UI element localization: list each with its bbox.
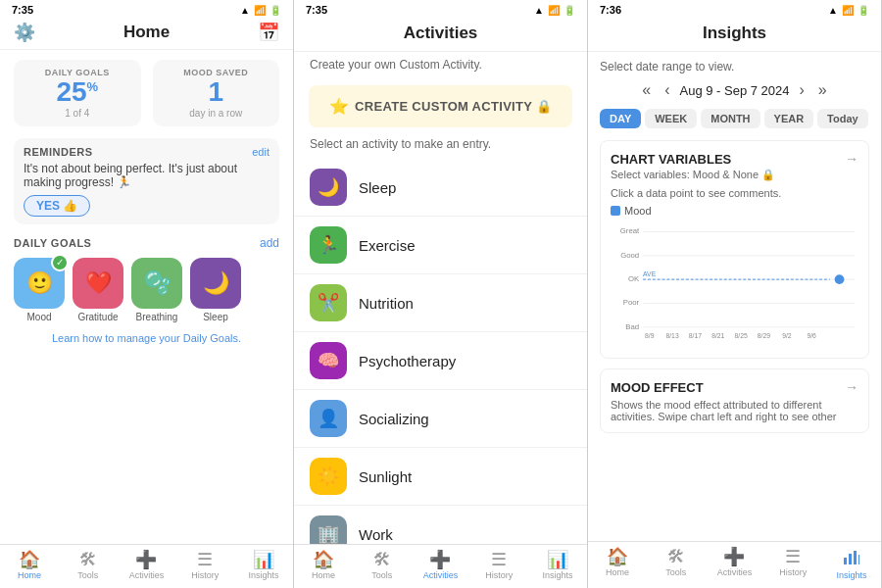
date-forward-forward[interactable]: » [814,79,831,101]
chart-svg: Great Good OK Poor Bad AVE [611,220,858,348]
home-content: DAILY GOALS 25% 1 of 4 MOOD SAVED 1 day … [0,50,293,544]
svg-text:Poor: Poor [623,298,640,307]
date-tab-day[interactable]: DAY [600,109,641,128]
tab-activities-3[interactable]: ➕ Activities [706,546,764,582]
activity-socializing[interactable]: 👤 Socializing [294,390,587,448]
mood-effect-arrow-icon[interactable]: → [845,379,858,395]
activity-list: 🌙 Sleep 🏃 Exercise ✂️ Nutrition 🧠 Psycho… [294,159,587,544]
svg-text:8/17: 8/17 [689,332,702,339]
activity-sleep[interactable]: 🌙 Sleep [294,159,587,217]
svg-text:8/21: 8/21 [711,332,724,339]
goal-breathing[interactable]: 🫧 Breathing [131,258,182,322]
phone-home: 7:35 ▲📶🔋 ⚙️ Home 📅 DAILY GOALS 25% 1 of … [0,0,294,588]
tab-tools-1[interactable]: 🛠 Tools [59,549,118,582]
tools-tab-icon: 🛠 [79,551,97,568]
section-header: DAILY GOALS add [14,236,279,250]
svg-text:9/2: 9/2 [782,332,792,339]
learn-link[interactable]: Learn how to manage your Daily Goals. [14,332,279,344]
chart-variables-section: CHART VARIABLES → Select variables: Mood… [600,140,869,359]
sleep-icon: 🌙 [190,258,241,309]
work-activity-icon: 🏢 [310,515,347,544]
chart-variables-title: CHART VARIABLES [611,152,731,167]
phone-insights: 7:36 ▲📶🔋 Insights Select date range to v… [588,0,882,588]
gear-icon[interactable]: ⚙️ [14,22,35,43]
svg-text:Great: Great [620,226,640,235]
tab-home-1[interactable]: 🏠 Home [0,549,59,582]
mood-check: ✓ [51,254,69,271]
breathing-icon: 🫧 [131,258,182,309]
chart-header: CHART VARIABLES → [611,151,858,167]
svg-point-12 [835,274,845,284]
activities-title: Activities [404,24,478,42]
svg-text:9/6: 9/6 [807,332,816,339]
stats-row: DAILY GOALS 25% 1 of 4 MOOD SAVED 1 day … [14,60,279,126]
mood-legend-dot [611,206,620,216]
yes-button[interactable]: YES 👍 [24,195,90,217]
gratitude-icon: ❤️ [73,258,123,309]
chart-arrow-icon[interactable]: → [845,151,858,167]
date-forward[interactable]: › [796,79,808,101]
activity-work[interactable]: 🏢 Work [294,506,587,544]
date-tab-month[interactable]: MONTH [701,109,760,128]
date-back[interactable]: ‹ [661,79,673,101]
status-bar-2: 7:35 ▲📶🔋 [294,0,587,18]
tab-activities-2[interactable]: ➕ Activities [412,549,470,582]
insights-header: Insights [588,18,881,52]
chart-area: Great Good OK Poor Bad AVE [611,220,858,348]
home-header: ⚙️ Home 📅 [0,18,293,50]
socializing-activity-icon: 👤 [310,400,347,437]
date-range: Aug 9 - Sep 7 2024 [679,83,789,98]
mood-effect-section: MOOD EFFECT → Shows the mood effect attr… [600,368,869,433]
activity-nutrition[interactable]: ✂️ Nutrition [294,274,587,332]
date-back-back[interactable]: « [638,79,655,101]
tab-home-2[interactable]: 🏠 Home [294,549,353,582]
svg-rect-21 [844,558,847,564]
history-tab-icon: ☰ [197,551,213,568]
svg-text:Bad: Bad [625,322,639,331]
time-3: 7:36 [600,4,621,16]
daily-goals-stat: DAILY GOALS 25% 1 of 4 [14,60,141,126]
sunlight-activity-icon: ☀️ [310,458,347,495]
activities-header: Activities [294,18,587,52]
status-icons-1: ▲📶🔋 [240,5,281,16]
tab-activities-1[interactable]: ➕ Activities [118,549,176,582]
goal-sleep[interactable]: 🌙 Sleep [190,258,241,322]
add-goals[interactable]: add [260,236,279,250]
goal-mood[interactable]: 🙂 ✓ Mood [14,258,65,322]
date-tab-week[interactable]: WEEK [645,109,697,128]
tab-history-3[interactable]: ☰ History [763,546,822,582]
section-title: DAILY GOALS [14,237,91,249]
reminders-header: REMINDERS edit [24,146,270,158]
tab-insights-2[interactable]: 📊 Insights [528,549,587,582]
create-custom-button[interactable]: ⭐ CREATE CUSTOM ACTIVITY 🔒 [309,85,572,127]
activity-exercise[interactable]: 🏃 Exercise [294,217,587,274]
status-icons-3: ▲📶🔋 [828,5,869,16]
svg-text:Good: Good [620,251,639,260]
activity-sunlight[interactable]: ☀️ Sunlight [294,448,587,506]
calendar-icon[interactable]: 📅 [258,22,279,43]
svg-rect-23 [854,551,857,564]
star-icon: ⭐ [329,97,349,116]
exercise-activity-icon: 🏃 [310,226,347,264]
tab-history-2[interactable]: ☰ History [469,549,528,582]
mood-effect-header: MOOD EFFECT → [611,379,858,395]
tab-insights-3[interactable]: Insights [822,546,881,582]
create-hint: Create your own Custom Activity. [294,52,587,75]
home-title: Home [123,23,170,42]
activity-psychotherapy[interactable]: 🧠 Psychotherapy [294,332,587,390]
tab-history-1[interactable]: ☰ History [175,549,234,582]
status-bar-3: 7:36 ▲📶🔋 [588,0,881,18]
edit-reminders[interactable]: edit [252,146,270,158]
tab-tools-2[interactable]: 🛠 Tools [353,549,412,582]
tab-insights-1[interactable]: 📊 Insights [234,549,293,582]
mood-effect-title: MOOD EFFECT [611,380,704,395]
activities-tab-icon: ➕ [135,551,157,568]
svg-text:AVE: AVE [643,270,657,277]
tab-home-3[interactable]: 🏠 Home [588,546,647,582]
date-tab-today[interactable]: Today [817,109,868,128]
daily-goals-section: DAILY GOALS add 🙂 ✓ Mood ❤️ Gratitude [14,236,279,344]
svg-rect-22 [849,554,852,564]
goal-gratitude[interactable]: ❤️ Gratitude [73,258,123,322]
date-tab-year[interactable]: YEAR [764,109,814,128]
tab-tools-3[interactable]: 🛠 Tools [647,546,706,582]
